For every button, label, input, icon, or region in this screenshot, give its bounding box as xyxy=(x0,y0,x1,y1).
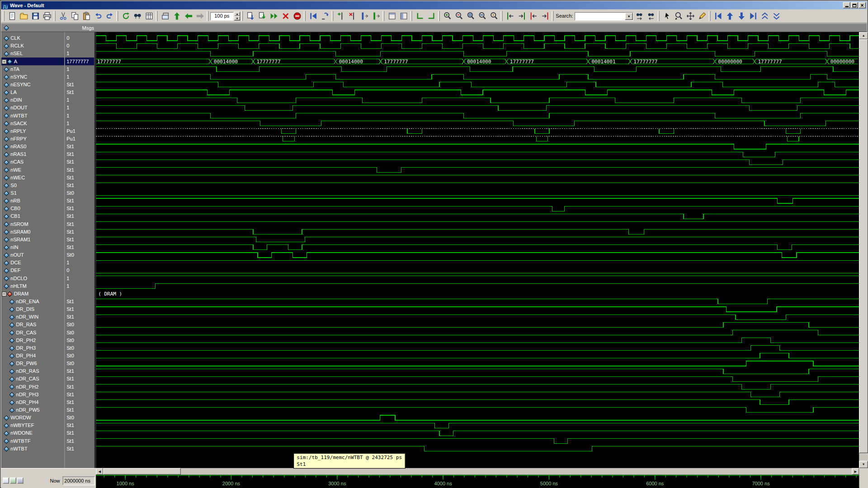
signal-row-nRAS1[interactable]: nRAS1 xyxy=(1,150,64,158)
timeline[interactable]: 1000 ns2000 ns3000 ns4000 ns5000 ns6000 … xyxy=(96,475,859,488)
toolbar-grip[interactable] xyxy=(3,11,5,21)
signal-row-CLK[interactable]: CLK xyxy=(1,34,64,42)
signal-row-nWBYTEF[interactable]: nWBYTEF xyxy=(1,422,64,429)
next-falling-edge-button[interactable] xyxy=(539,10,551,22)
signal-row-DRAM[interactable]: −DRAM xyxy=(1,290,64,298)
edit-icon[interactable] xyxy=(10,478,16,483)
titlebar[interactable]: Wave - Default × xyxy=(1,1,867,9)
undo-button[interactable] xyxy=(92,10,104,22)
previous-falling-edge-button[interactable] xyxy=(528,10,539,22)
move-down-button[interactable] xyxy=(736,10,747,22)
toolbar-grip[interactable] xyxy=(709,11,711,21)
collapse-icon[interactable]: − xyxy=(2,291,7,296)
minimize-button[interactable] xyxy=(843,2,850,8)
signal-row-nRAS0[interactable]: nRAS0 xyxy=(1,143,64,150)
scroll-left-arrow[interactable]: ◀ xyxy=(96,468,103,475)
close-button[interactable]: × xyxy=(859,2,866,8)
signal-row-nWTBT[interactable]: nWTBT xyxy=(1,112,64,119)
goto-time-end-button[interactable] xyxy=(425,10,437,22)
signal-row-nDR_PH3[interactable]: nDR_PH3 xyxy=(1,390,64,398)
signal-row-DEF[interactable]: DEF xyxy=(1,267,64,274)
grid-icon[interactable] xyxy=(17,478,23,483)
toolbar-grip[interactable] xyxy=(332,11,334,21)
go-back-button[interactable] xyxy=(183,10,194,22)
zoom-full-button[interactable] xyxy=(465,10,476,22)
signal-row-RCLK[interactable]: RCLK xyxy=(1,42,64,50)
signal-row-nSROM[interactable]: nSROM xyxy=(1,220,64,228)
restart-button[interactable] xyxy=(307,10,319,22)
signal-row-nRB[interactable]: nRB xyxy=(1,197,64,205)
go-up-button[interactable] xyxy=(171,10,183,22)
signal-row-nSRAM1[interactable]: nSRAM1 xyxy=(1,236,64,244)
signal-row-nSYNC[interactable]: nSYNC xyxy=(1,73,64,81)
pan-mode-button[interactable] xyxy=(684,10,696,22)
signal-row-nRPLY[interactable]: nRPLY xyxy=(1,127,64,135)
continue-run-button[interactable] xyxy=(256,10,268,22)
signal-row-DR_PW6[interactable]: DR_PW6 xyxy=(1,360,64,367)
zoom-out-button[interactable] xyxy=(453,10,465,22)
signal-row-DR_PH3[interactable]: DR_PH3 xyxy=(1,344,64,352)
horizontal-scroll-thumb[interactable] xyxy=(103,468,181,475)
signal-row-nWTBT[interactable]: nWTBT xyxy=(1,445,64,452)
signal-row-WORDW[interactable]: WORDW xyxy=(1,414,64,422)
toolbar-grip[interactable] xyxy=(383,11,385,21)
find-button[interactable] xyxy=(132,10,143,22)
toolbar-grip[interactable] xyxy=(304,11,306,21)
run-button[interactable] xyxy=(245,10,256,22)
goto-time-start-button[interactable] xyxy=(414,10,425,22)
doc-icon[interactable] xyxy=(3,478,9,483)
new-file-button[interactable] xyxy=(6,10,18,22)
collapse-all-button[interactable] xyxy=(770,10,782,22)
reload-button[interactable] xyxy=(120,10,132,22)
redo-button[interactable] xyxy=(104,10,115,22)
run-length-input[interactable]: 100 ps xyxy=(210,12,234,20)
signal-row-nDR_PH2[interactable]: nDR_PH2 xyxy=(1,383,64,390)
cursor-lock-blue-button[interactable] xyxy=(359,10,370,22)
zoom-mode-button[interactable] xyxy=(673,10,684,22)
signal-row-DR_DIS[interactable]: DR_DIS xyxy=(1,305,64,313)
signal-row-A[interactable]: +A xyxy=(1,57,64,65)
signal-row-nCAS[interactable]: nCAS xyxy=(1,158,64,166)
toolbar-grip[interactable] xyxy=(207,11,209,21)
edit-mode-button[interactable] xyxy=(696,10,708,22)
signal-row-nWDONE[interactable]: nWDONE xyxy=(1,429,64,437)
copy-button[interactable] xyxy=(69,10,80,22)
collapse-env-button[interactable] xyxy=(159,10,171,22)
toolbar-grip[interactable] xyxy=(156,11,158,21)
move-up-button[interactable] xyxy=(724,10,736,22)
toolbar-grip[interactable] xyxy=(658,11,660,21)
signal-row-nDIN[interactable]: nDIN xyxy=(1,96,64,104)
signal-row-DR_PH4[interactable]: DR_PH4 xyxy=(1,352,64,360)
signal-row-S1[interactable]: S1 xyxy=(1,189,64,197)
signal-row-nTA[interactable]: nTA xyxy=(1,65,64,73)
signal-row-nDR_CAS[interactable]: nDR_CAS xyxy=(1,375,64,383)
zoom-cursor-button[interactable] xyxy=(488,10,500,22)
chevron-down-icon[interactable]: ▼ xyxy=(625,13,633,20)
search-find-prev-button[interactable] xyxy=(645,10,657,22)
maximize-button[interactable] xyxy=(851,2,858,8)
signal-row-DR_PH2[interactable]: DR_PH2 xyxy=(1,336,64,344)
horizontal-scrollbar[interactable]: ◀ ▶ xyxy=(96,468,859,475)
spinner-down-icon[interactable]: ▼ xyxy=(234,16,240,21)
print-button[interactable] xyxy=(41,10,53,22)
signal-row-DR_RAS[interactable]: DR_RAS xyxy=(1,321,64,328)
expand-icon[interactable]: + xyxy=(2,59,7,64)
waveform-area[interactable]: 1777777700014000177777770001400017777777… xyxy=(96,32,859,468)
zoom-in-button[interactable] xyxy=(442,10,453,22)
step-button[interactable] xyxy=(319,10,330,22)
add-cursor-button[interactable] xyxy=(335,10,347,22)
stop-button[interactable] xyxy=(291,10,303,22)
signal-row-nDOUT[interactable]: nDOUT xyxy=(1,104,64,112)
search-input[interactable]: ▼ xyxy=(575,12,633,20)
signal-row-CB0[interactable]: CB0 xyxy=(1,205,64,212)
signal-row-nOUT[interactable]: nOUT xyxy=(1,251,64,259)
scroll-down-arrow[interactable]: ▼ xyxy=(859,461,868,468)
signal-row-nESYNC[interactable]: nESYNC xyxy=(1,81,64,89)
toolbar-grip[interactable] xyxy=(54,11,56,21)
signal-row-nIN[interactable]: nIN xyxy=(1,244,64,251)
vertical-scrollbar[interactable]: ▲ ▼ xyxy=(859,32,868,468)
search-find-next-button[interactable] xyxy=(633,10,645,22)
delete-cursor-button[interactable] xyxy=(347,10,359,22)
toolbar-grip[interactable] xyxy=(117,11,118,21)
signal-row-nWTBTF[interactable]: nWTBTF xyxy=(1,437,64,445)
